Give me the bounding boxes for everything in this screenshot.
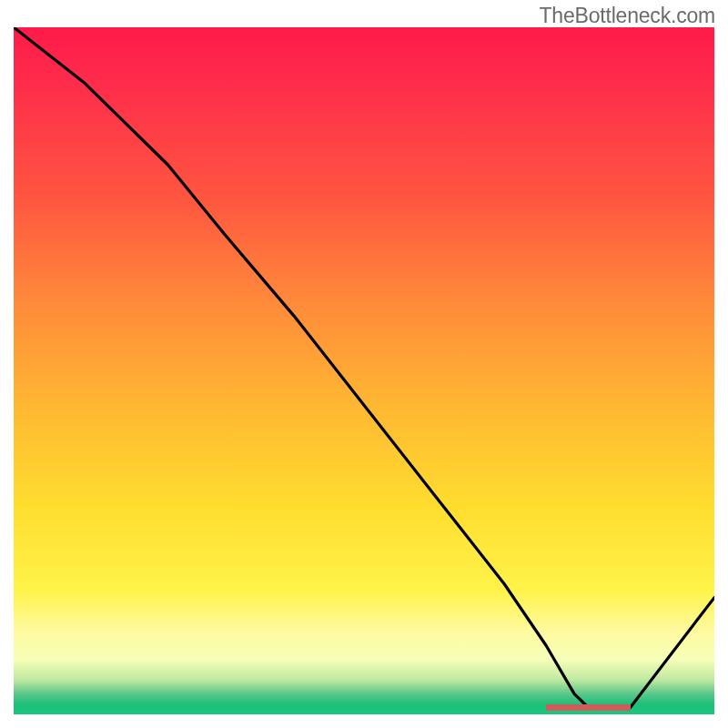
plot-area bbox=[14, 27, 714, 714]
watermark-text: TheBottleneck.com bbox=[540, 4, 715, 28]
optimal-range-marker bbox=[546, 704, 630, 711]
chart-canvas: TheBottleneck.com bbox=[0, 0, 728, 728]
curve-path bbox=[14, 27, 714, 708]
curve-svg bbox=[14, 27, 714, 714]
